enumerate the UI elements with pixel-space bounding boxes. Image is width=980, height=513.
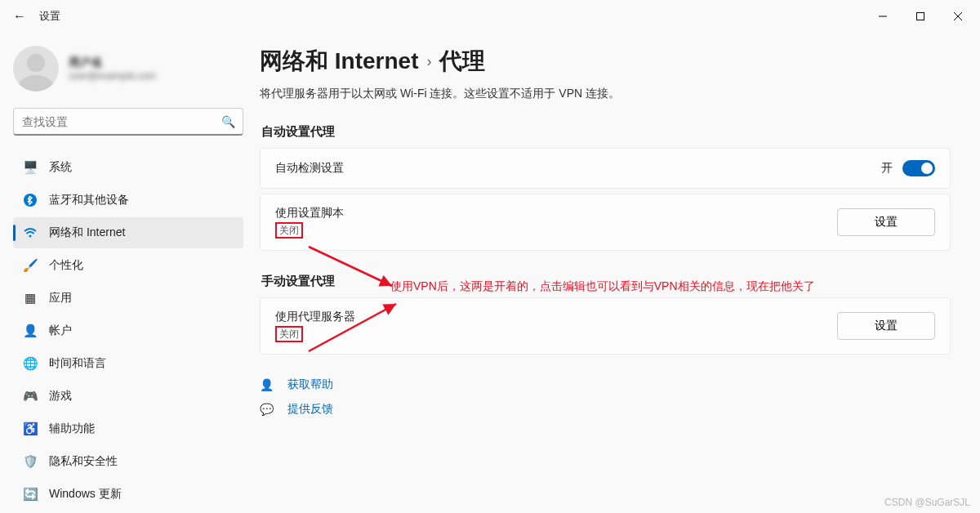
svg-point-5: [29, 235, 32, 238]
breadcrumb-separator: ›: [426, 53, 431, 70]
nav-label: 网络和 Internet: [49, 225, 125, 240]
nav-icon: 🌐: [23, 356, 38, 371]
nav-icon: 🖌️: [23, 258, 38, 273]
nav-label: 系统: [49, 160, 72, 175]
sidebar-item-10[interactable]: 🔄Windows 更新: [13, 479, 243, 510]
breadcrumb-current: 代理: [439, 46, 485, 77]
profile-email: user@example.com: [69, 70, 156, 82]
breadcrumb-parent[interactable]: 网络和 Internet: [260, 46, 418, 77]
nav-icon: [23, 225, 38, 240]
proxy-server-label: 使用代理服务器: [275, 310, 355, 324]
sidebar-item-9[interactable]: 🛡️隐私和安全性: [13, 446, 243, 477]
close-button[interactable]: [939, 0, 977, 33]
breadcrumb: 网络和 Internet › 代理: [260, 46, 951, 77]
sidebar-item-3[interactable]: 🖌️个性化: [13, 250, 243, 281]
nav-icon: ▦: [23, 291, 38, 306]
setup-script-card: 使用设置脚本 关闭 设置: [260, 194, 951, 251]
nav-label: 时间和语言: [49, 356, 106, 371]
nav-label: 游戏: [49, 389, 72, 404]
nav-icon: 🔄: [23, 487, 38, 502]
nav-label: 帐户: [49, 323, 72, 338]
setup-script-status: 关闭: [275, 222, 303, 239]
nav-icon: [23, 193, 38, 207]
search-icon: 🔍: [221, 115, 235, 128]
auto-detect-label: 自动检测设置: [275, 161, 344, 176]
profile[interactable]: 用户名 user@example.com: [13, 46, 243, 91]
sidebar-item-8[interactable]: ♿辅助功能: [13, 413, 243, 444]
auto-detect-card: 自动检测设置 开: [260, 148, 951, 189]
maximize-button[interactable]: [902, 0, 939, 33]
sidebar-item-7[interactable]: 🎮游戏: [13, 381, 243, 412]
sidebar-item-2[interactable]: 网络和 Internet: [13, 217, 243, 248]
help-icon: 👤: [260, 378, 274, 391]
watermark: CSDN @SuGarSJL: [884, 497, 970, 508]
section-auto-title: 自动设置代理: [261, 124, 951, 140]
window-title: 设置: [39, 9, 60, 24]
search-input[interactable]: [13, 108, 243, 136]
nav-icon: 🖥️: [23, 160, 38, 175]
minimize-button[interactable]: [864, 0, 902, 33]
nav-label: 辅助功能: [49, 422, 95, 436]
feedback-icon: 💬: [260, 403, 274, 416]
toggle-state-label: 开: [881, 161, 893, 176]
nav-label: 个性化: [49, 258, 83, 273]
proxy-server-card: 使用代理服务器 关闭 设置: [260, 297, 951, 355]
nav-label: 应用: [49, 291, 72, 306]
auto-detect-toggle[interactable]: [902, 160, 935, 176]
avatar: [13, 46, 59, 91]
nav-label: Windows 更新: [49, 487, 122, 502]
back-button[interactable]: ←: [3, 0, 36, 33]
svg-rect-1: [917, 13, 924, 20]
sidebar-item-6[interactable]: 🌐时间和语言: [13, 348, 243, 379]
sidebar-item-5[interactable]: 👤帐户: [13, 315, 243, 346]
nav-icon: 🛡️: [23, 454, 38, 469]
setup-script-button[interactable]: 设置: [837, 208, 935, 236]
feedback-link[interactable]: 💬 提供反馈: [260, 402, 951, 417]
setup-script-label: 使用设置脚本: [275, 206, 344, 221]
page-description: 将代理服务器用于以太网或 Wi-Fi 连接。这些设置不适用于 VPN 连接。: [260, 87, 951, 101]
sidebar-item-4[interactable]: ▦应用: [13, 283, 243, 314]
nav-label: 蓝牙和其他设备: [49, 193, 129, 207]
proxy-server-button[interactable]: 设置: [837, 312, 935, 340]
nav-icon: 🎮: [23, 389, 38, 404]
profile-name: 用户名: [69, 56, 156, 70]
help-link[interactable]: 👤 获取帮助: [260, 377, 951, 392]
annotation-text: 使用VPN后，这两是开着的，点击编辑也可以看到与VPN相关的信息，现在把他关了: [390, 279, 815, 294]
nav-icon: 👤: [23, 323, 38, 338]
sidebar-item-1[interactable]: 蓝牙和其他设备: [13, 185, 243, 216]
nav-icon: ♿: [23, 422, 38, 436]
proxy-server-status: 关闭: [275, 326, 303, 342]
sidebar-item-0[interactable]: 🖥️系统: [13, 152, 243, 183]
nav-label: 隐私和安全性: [49, 454, 118, 469]
